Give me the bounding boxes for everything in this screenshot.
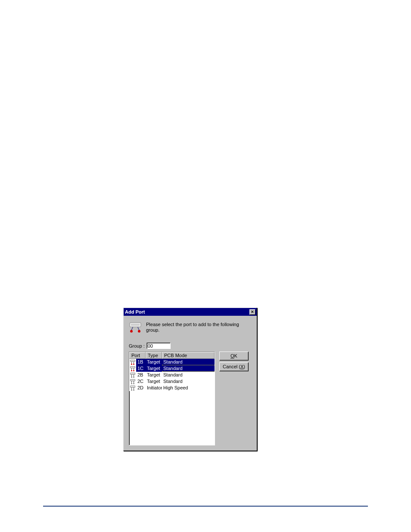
group-label: Group :	[129, 343, 145, 348]
port-icon	[129, 322, 142, 334]
cell-type: Initiator	[146, 385, 162, 391]
ok-button[interactable]: OK	[219, 352, 249, 361]
port-row-icon	[129, 385, 136, 391]
main-row: Port Type PCB Mode 1B Target Standard 1C…	[129, 352, 252, 445]
list-item[interactable]: 1C Target Standard	[129, 365, 215, 372]
cell-type: Target	[146, 372, 162, 378]
close-button[interactable]: ✕	[249, 309, 255, 315]
column-mode[interactable]: PCB Mode	[162, 352, 215, 359]
close-icon: ✕	[251, 310, 254, 314]
cell-mode: Standard	[162, 365, 215, 372]
titlebar[interactable]: Add Port ✕	[124, 308, 257, 316]
dialog-content: Please select the port to add to the fol…	[124, 316, 257, 451]
cell-port: 1C	[136, 365, 146, 372]
port-row-icon	[129, 365, 136, 372]
port-row-icon	[129, 359, 136, 365]
instruction-text: Please select the port to add to the fol…	[146, 322, 252, 333]
listview-body: 1B Target Standard 1C Target Standard 2B…	[129, 359, 215, 391]
column-type[interactable]: Type	[146, 352, 162, 359]
listview-header: Port Type PCB Mode	[129, 352, 215, 359]
cell-port: 2D	[136, 385, 146, 391]
port-listview[interactable]: Port Type PCB Mode 1B Target Standard 1C…	[129, 352, 215, 445]
svg-point-3	[138, 330, 140, 333]
cell-type: Target	[146, 378, 162, 385]
list-item[interactable]: 2C Target Standard	[129, 378, 215, 385]
group-input[interactable]: 00	[146, 342, 171, 349]
add-port-dialog: Add Port ✕ Please select the port to add…	[123, 308, 257, 451]
cell-port: 2C	[136, 378, 146, 385]
cell-mode: Standard	[162, 372, 215, 378]
cell-port: 2B	[136, 372, 146, 378]
page-divider	[43, 506, 368, 507]
port-row-icon	[129, 372, 136, 378]
cell-mode: Standard	[162, 359, 215, 365]
list-item[interactable]: 2B Target Standard	[129, 372, 215, 378]
buttons-column: OK Cancel (X)	[219, 352, 249, 371]
cell-mode: Standard	[162, 378, 215, 385]
list-item[interactable]: 2D Initiator High Speed	[129, 385, 215, 391]
group-row: Group : 00	[129, 342, 252, 349]
cancel-button[interactable]: Cancel (X)	[219, 362, 249, 371]
svg-rect-1	[131, 324, 140, 326]
instruction-row: Please select the port to add to the fol…	[129, 322, 252, 334]
list-item[interactable]: 1B Target Standard	[129, 359, 215, 365]
cell-port: 1B	[136, 359, 146, 365]
column-port[interactable]: Port	[129, 352, 146, 359]
cell-type: Target	[146, 365, 162, 372]
port-row-icon	[129, 378, 136, 385]
cell-type: Target	[146, 359, 162, 365]
dialog-title: Add Port	[125, 309, 249, 314]
svg-point-2	[130, 330, 133, 333]
cell-mode: High Speed	[162, 385, 215, 391]
